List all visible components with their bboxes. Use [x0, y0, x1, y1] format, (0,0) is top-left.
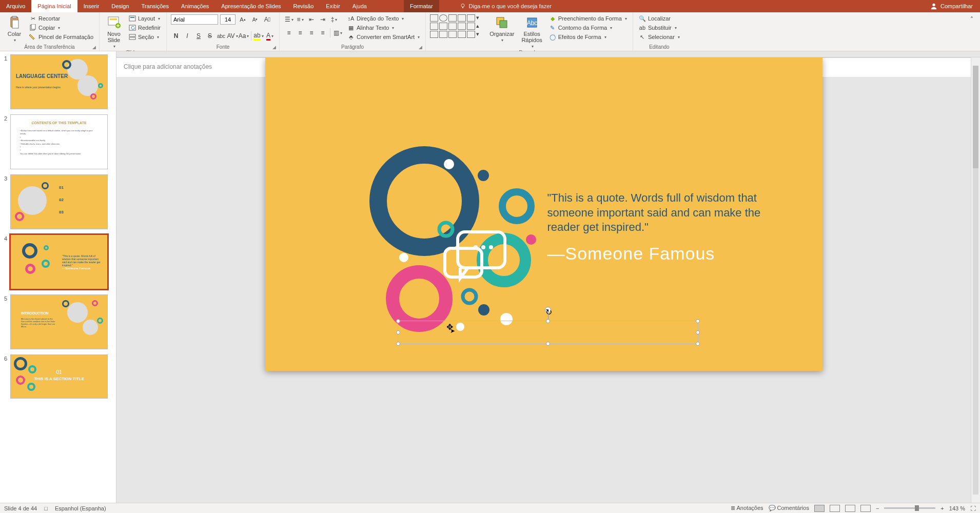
- quick-styles-icon: Abc: [525, 15, 539, 30]
- paste-button[interactable]: Colar▾: [4, 14, 25, 44]
- thumbnail-panel[interactable]: 1 LANGUAGE CENTER Here is where your pre…: [0, 51, 116, 503]
- resize-handle[interactable]: [546, 319, 550, 323]
- launcher-icon[interactable]: ◢: [419, 45, 422, 50]
- numbering-button[interactable]: ≡▾: [295, 14, 305, 25]
- resize-handle[interactable]: [696, 330, 700, 334]
- reading-view-button[interactable]: [845, 505, 855, 512]
- slide-thumbnail-1[interactable]: LANGUAGE CENTER Here is where your prese…: [10, 54, 108, 109]
- replace-icon: ab: [639, 24, 646, 31]
- underline-button[interactable]: S: [193, 31, 204, 41]
- line-spacing-button[interactable]: ‡▾: [329, 14, 339, 25]
- new-slide-button[interactable]: Novo Slide▾: [104, 14, 124, 50]
- slide-canvas[interactable]: "This is a quote. Words full of wisdom t…: [265, 57, 822, 371]
- copy-button[interactable]: Copiar▾: [28, 24, 95, 32]
- clear-format-button[interactable]: A⃠: [262, 14, 272, 25]
- align-center-button[interactable]: ≡: [295, 28, 305, 38]
- selected-textbox[interactable]: ↻: [398, 321, 698, 344]
- sorter-view-button[interactable]: [830, 505, 840, 512]
- slide-thumbnail-3[interactable]: 01 02 03: [10, 174, 108, 229]
- notes-toggle[interactable]: ≣ Anotações: [731, 505, 763, 511]
- tab-design[interactable]: Design: [105, 0, 135, 12]
- tab-format[interactable]: Formatar: [404, 0, 439, 12]
- section-button[interactable]: Seção▾: [127, 33, 162, 41]
- arrange-button[interactable]: Organizar▾: [487, 14, 516, 44]
- spellcheck-icon[interactable]: □: [44, 505, 48, 511]
- tab-view[interactable]: Exibir: [320, 0, 346, 12]
- bullets-button[interactable]: ☰▾: [284, 14, 294, 25]
- cut-button[interactable]: ✂Recortar: [28, 14, 95, 23]
- highlight-button[interactable]: ab▾: [253, 31, 264, 41]
- find-button[interactable]: 🔍Localizar: [637, 14, 681, 23]
- align-text-button[interactable]: ▦Alinhar Texto▾: [346, 24, 421, 32]
- change-case-button[interactable]: Aa▾: [239, 31, 249, 41]
- tab-transitions[interactable]: Transições: [135, 0, 175, 12]
- tab-animations[interactable]: Animações: [175, 0, 215, 12]
- layout-button[interactable]: Layout▾: [127, 14, 162, 23]
- char-spacing-button[interactable]: AV▾: [227, 31, 238, 41]
- font-color-button[interactable]: A▾: [265, 31, 275, 41]
- columns-button[interactable]: ▥▾: [332, 28, 343, 38]
- copy-icon: [29, 24, 36, 31]
- resize-handle[interactable]: [696, 342, 700, 346]
- bucket-icon: ◆: [549, 15, 556, 22]
- justify-button[interactable]: ≡: [318, 28, 328, 38]
- italic-button[interactable]: I: [182, 31, 192, 41]
- launcher-icon[interactable]: ◢: [272, 45, 276, 50]
- slide-editor[interactable]: "This is a quote. Words full of wisdom t…: [116, 51, 980, 503]
- font-name-input[interactable]: [171, 14, 218, 25]
- share-button[interactable]: Compartilhar: [923, 0, 980, 12]
- bold-button[interactable]: N: [171, 31, 181, 41]
- zoom-slider[interactable]: [884, 507, 935, 509]
- zoom-level[interactable]: 143 %: [949, 505, 965, 511]
- quote-text[interactable]: "This is a quote. Words full of wisdom t…: [547, 191, 773, 265]
- shape-effects-button[interactable]: ◯Efeitos de Forma▾: [547, 33, 629, 41]
- tab-help[interactable]: Ajuda: [346, 0, 373, 12]
- comments-toggle[interactable]: 💬 Comentários: [769, 505, 809, 511]
- launcher-icon[interactable]: ◢: [92, 45, 96, 50]
- tab-insert[interactable]: Inserir: [77, 0, 106, 12]
- resize-handle[interactable]: [546, 342, 550, 346]
- decrease-font-button[interactable]: A▾: [250, 14, 260, 25]
- format-painter-button[interactable]: Pincel de Formatação: [28, 33, 95, 41]
- fit-window-button[interactable]: ⛶: [970, 505, 976, 511]
- text-direction-button[interactable]: ↕ADireção do Texto▾: [346, 14, 421, 23]
- replace-button[interactable]: abSubstituir▾: [637, 24, 681, 32]
- slideshow-view-button[interactable]: [860, 505, 871, 512]
- slide-thumbnail-4[interactable]: "This is a quote. Words full of wisdom t…: [10, 234, 108, 289]
- quick-styles-button[interactable]: Abc Estilos Rápidos▾: [519, 14, 544, 50]
- resize-handle[interactable]: [696, 319, 700, 323]
- vertical-scrollbar[interactable]: [971, 57, 980, 503]
- collapse-ribbon-button[interactable]: ˄: [967, 14, 977, 25]
- increase-indent-button[interactable]: ⇥: [318, 14, 328, 25]
- reset-button[interactable]: Redefinir: [127, 24, 162, 32]
- shape-gallery[interactable]: ▾ ▴ ▾: [430, 14, 484, 38]
- select-button[interactable]: ↖Selecionar▾: [637, 33, 681, 41]
- shadow-button[interactable]: abc: [216, 31, 226, 41]
- rotate-handle[interactable]: ↻: [545, 307, 551, 313]
- svg-point-36: [481, 245, 485, 249]
- shape-outline-button[interactable]: ✎Contorno da Forma▾: [547, 24, 629, 32]
- zoom-in-button[interactable]: +: [940, 505, 944, 511]
- tab-review[interactable]: Revisão: [287, 0, 320, 12]
- strike-button[interactable]: S: [205, 31, 215, 41]
- slide-thumbnail-2[interactable]: CONTENTS OF THIS TEMPLATE • A short stru…: [10, 114, 108, 169]
- slide-thumbnail-6[interactable]: 01 THIS IS A SECTION TITLE: [10, 354, 108, 399]
- increase-font-button[interactable]: A▴: [238, 14, 248, 25]
- normal-view-button[interactable]: [814, 505, 825, 512]
- decrease-indent-button[interactable]: ⇤: [306, 14, 317, 25]
- resize-handle[interactable]: [396, 319, 400, 323]
- resize-handle[interactable]: [396, 342, 400, 346]
- convert-smartart-button[interactable]: ⬘Converter em SmartArt▾: [346, 33, 421, 41]
- zoom-out-button[interactable]: −: [876, 505, 879, 511]
- tab-file[interactable]: Arquivo: [0, 0, 31, 12]
- align-right-button[interactable]: ≡: [306, 28, 317, 38]
- resize-handle[interactable]: [396, 330, 400, 334]
- font-size-input[interactable]: [220, 14, 236, 25]
- status-language[interactable]: Espanhol (Espanha): [55, 505, 106, 511]
- tab-slideshow[interactable]: Apresentação de Slides: [215, 0, 287, 12]
- align-left-button[interactable]: ≡: [284, 28, 294, 38]
- tab-home[interactable]: Página Inicial: [31, 0, 77, 12]
- tell-me-search[interactable]: Diga-me o que você deseja fazer: [460, 0, 552, 12]
- shape-fill-button[interactable]: ◆Preenchimento da Forma▾: [547, 14, 629, 23]
- slide-thumbnail-5[interactable]: INTRODUCTION Mercury is the closest plan…: [10, 294, 108, 349]
